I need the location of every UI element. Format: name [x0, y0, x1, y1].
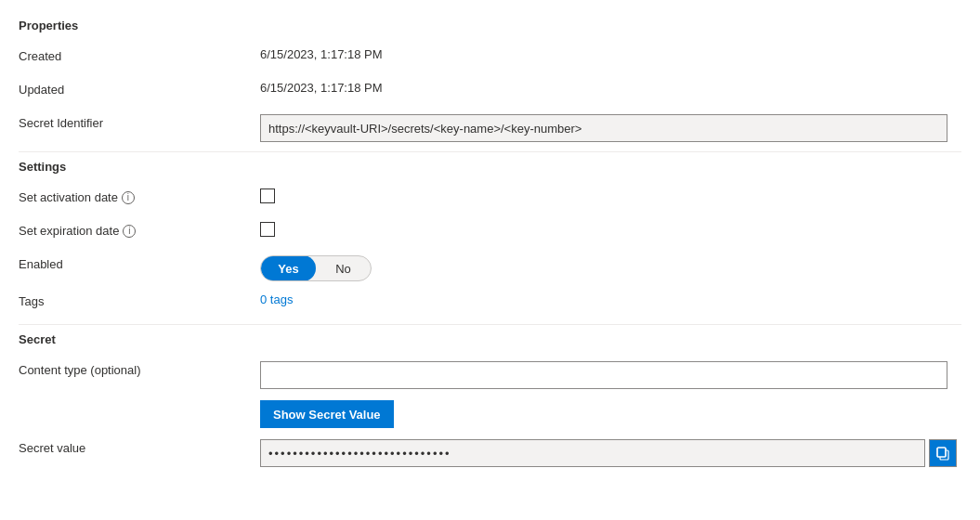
- divider-2: [19, 324, 961, 325]
- settings-title: Settings: [19, 160, 961, 174]
- expiration-checkbox[interactable]: [260, 222, 275, 237]
- updated-row: Updated 6/15/2023, 1:17:18 PM: [19, 75, 961, 109]
- content-type-input[interactable]: [260, 361, 947, 389]
- divider-1: [19, 151, 961, 152]
- updated-value: 6/15/2023, 1:17:18 PM: [260, 81, 961, 95]
- enabled-toggle-wrapper: Yes No: [260, 255, 961, 281]
- secret-section: Secret Content type (optional) Show Secr…: [19, 332, 961, 473]
- secret-identifier-row: Secret Identifier: [19, 109, 961, 148]
- secret-identifier-input[interactable]: [260, 114, 947, 142]
- secret-value-row: Secret value: [19, 434, 961, 473]
- updated-label: Updated: [19, 81, 260, 97]
- enabled-toggle[interactable]: Yes No: [260, 255, 372, 281]
- content-type-label: Content type (optional): [19, 361, 260, 377]
- created-row: Created 6/15/2023, 1:17:18 PM: [19, 42, 961, 75]
- expiration-row: Set expiration date i: [19, 216, 961, 250]
- properties-title: Properties: [19, 19, 961, 32]
- copy-icon: [935, 446, 950, 461]
- show-secret-btn-wrapper: Show Secret Value: [260, 400, 961, 428]
- settings-section: Settings Set activation date i Set expir…: [19, 160, 961, 320]
- activation-checkbox-wrapper: [260, 188, 961, 203]
- secret-title: Secret: [19, 332, 961, 346]
- content-type-row: Content type (optional): [19, 356, 961, 395]
- show-secret-row: Show Secret Value: [19, 395, 961, 434]
- show-secret-spacer: [19, 400, 260, 402]
- tags-value: 0 tags: [260, 292, 961, 306]
- enabled-row: Enabled Yes No: [19, 250, 961, 287]
- tags-label: Tags: [19, 292, 260, 308]
- secret-value-input[interactable]: [260, 439, 925, 467]
- tags-row: Tags 0 tags: [19, 287, 961, 320]
- expiration-checkbox-wrapper: [260, 222, 961, 237]
- expiration-label: Set expiration date i: [19, 222, 260, 238]
- svg-rect-1: [937, 448, 946, 457]
- secret-value-wrapper: [260, 439, 961, 467]
- activation-label: Set activation date i: [19, 188, 260, 204]
- secret-value-label: Secret value: [19, 439, 260, 455]
- content-type-input-wrapper: [260, 361, 961, 389]
- activation-checkbox[interactable]: [260, 188, 275, 203]
- properties-section: Properties Created 6/15/2023, 1:17:18 PM…: [19, 19, 961, 148]
- toggle-no-button[interactable]: No: [316, 255, 371, 281]
- expiration-info-icon[interactable]: i: [123, 225, 136, 238]
- show-secret-button[interactable]: Show Secret Value: [260, 400, 394, 428]
- created-value: 6/15/2023, 1:17:18 PM: [260, 47, 961, 61]
- secret-identifier-label: Secret Identifier: [19, 114, 260, 130]
- activation-row: Set activation date i: [19, 183, 961, 216]
- copy-secret-button[interactable]: [929, 439, 957, 467]
- enabled-label: Enabled: [19, 255, 260, 271]
- created-label: Created: [19, 47, 260, 63]
- tags-link[interactable]: 0 tags: [260, 292, 293, 306]
- secret-identifier-value: [260, 114, 961, 142]
- toggle-yes-button[interactable]: Yes: [261, 255, 316, 281]
- activation-info-icon[interactable]: i: [122, 191, 135, 204]
